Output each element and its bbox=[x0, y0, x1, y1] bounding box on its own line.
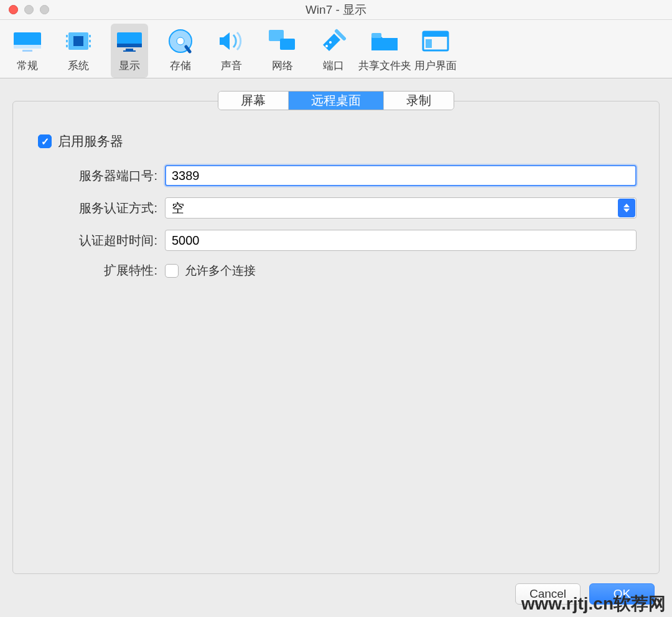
toolbar-label: 端口 bbox=[323, 59, 344, 73]
enable-server-checkbox[interactable] bbox=[38, 134, 52, 148]
content: 屏幕 远程桌面 录制 启用服务器 服务器端口号: 服务认证方式: 空 bbox=[0, 78, 672, 580]
svg-rect-13 bbox=[126, 49, 133, 50]
ui-icon bbox=[420, 27, 451, 55]
tab-remote-desktop[interactable]: 远程桌面 bbox=[289, 92, 384, 110]
ports-icon bbox=[318, 27, 349, 55]
svg-rect-2 bbox=[22, 50, 32, 52]
storage-icon bbox=[165, 27, 196, 55]
svg-rect-18 bbox=[280, 39, 295, 50]
toolbar-item-display[interactable]: 显示 bbox=[111, 24, 148, 78]
toolbar-item-ui[interactable]: 用户界面 bbox=[417, 24, 454, 78]
toolbar-label: 声音 bbox=[221, 59, 242, 73]
toolbar-item-storage[interactable]: 存储 bbox=[162, 24, 199, 78]
toolbar: 常规 系统 显示 存储 声音 网络 端口 bbox=[0, 20, 672, 78]
svg-point-16 bbox=[177, 37, 184, 45]
svg-rect-14 bbox=[123, 50, 136, 52]
toolbar-label: 显示 bbox=[119, 59, 140, 73]
toolbar-item-ports[interactable]: 端口 bbox=[315, 24, 352, 78]
server-port-input[interactable] bbox=[165, 165, 637, 186]
network-icon bbox=[267, 27, 298, 55]
svg-rect-1 bbox=[14, 45, 41, 49]
auth-method-select[interactable]: 空 bbox=[165, 197, 637, 219]
toolbar-label: 常规 bbox=[17, 59, 38, 73]
system-icon bbox=[63, 27, 94, 55]
svg-rect-7 bbox=[66, 45, 68, 47]
tab-record[interactable]: 录制 bbox=[384, 92, 454, 110]
close-window-button[interactable] bbox=[9, 5, 18, 14]
settings-panel: 启用服务器 服务器端口号: 服务认证方式: 空 认证超时时间: bbox=[12, 101, 660, 574]
svg-rect-6 bbox=[66, 40, 68, 42]
shared-folder-icon bbox=[369, 27, 400, 55]
toolbar-label: 用户界面 bbox=[414, 59, 457, 73]
svg-point-19 bbox=[325, 45, 328, 47]
extended-row: 扩展特性: 允许多个连接 bbox=[35, 262, 637, 279]
svg-rect-4 bbox=[73, 36, 83, 46]
svg-rect-23 bbox=[423, 32, 448, 37]
toolbar-item-shared[interactable]: 共享文件夹 bbox=[366, 24, 403, 78]
svg-point-20 bbox=[329, 41, 332, 44]
server-port-label: 服务器端口号: bbox=[35, 167, 160, 184]
svg-rect-10 bbox=[89, 45, 91, 47]
toolbar-item-network[interactable]: 网络 bbox=[264, 24, 301, 78]
svg-rect-5 bbox=[66, 35, 68, 37]
toolbar-label: 共享文件夹 bbox=[358, 59, 411, 73]
toolbar-label: 系统 bbox=[68, 59, 89, 73]
extended-label: 扩展特性: bbox=[35, 262, 160, 279]
toolbar-label: 存储 bbox=[170, 59, 191, 73]
svg-rect-24 bbox=[426, 39, 432, 48]
toolbar-item-system[interactable]: 系统 bbox=[60, 24, 97, 78]
auth-method-row: 服务认证方式: 空 bbox=[35, 197, 637, 219]
ok-button[interactable]: OK bbox=[589, 583, 655, 605]
svg-rect-8 bbox=[89, 35, 91, 37]
tab-bar: 屏幕 远程桌面 录制 bbox=[6, 91, 666, 110]
zoom-window-button[interactable] bbox=[40, 5, 49, 14]
enable-server-label: 启用服务器 bbox=[58, 133, 123, 150]
server-port-row: 服务器端口号: bbox=[35, 165, 637, 186]
general-icon bbox=[12, 27, 43, 55]
cancel-button[interactable]: Cancel bbox=[515, 583, 581, 605]
auth-method-label: 服务认证方式: bbox=[35, 200, 160, 217]
minimize-window-button[interactable] bbox=[24, 5, 34, 14]
svg-rect-21 bbox=[371, 33, 381, 38]
window-title: Win7 - 显示 bbox=[0, 2, 672, 18]
titlebar: Win7 - 显示 bbox=[0, 0, 672, 20]
auth-timeout-input[interactable] bbox=[165, 230, 637, 251]
svg-rect-9 bbox=[89, 40, 91, 42]
toolbar-item-audio[interactable]: 声音 bbox=[213, 24, 250, 78]
audio-icon bbox=[216, 27, 247, 55]
toolbar-label: 网络 bbox=[272, 59, 293, 73]
toolbar-item-general[interactable]: 常规 bbox=[9, 24, 46, 78]
enable-server-row: 启用服务器 bbox=[38, 133, 637, 150]
svg-rect-12 bbox=[117, 44, 142, 47]
tab-screen[interactable]: 屏幕 bbox=[218, 92, 289, 110]
allow-multi-checkbox[interactable] bbox=[165, 264, 179, 278]
allow-multi-label: 允许多个连接 bbox=[185, 263, 256, 279]
auth-timeout-label: 认证超时时间: bbox=[35, 232, 160, 249]
display-icon bbox=[114, 27, 145, 55]
traffic-lights bbox=[0, 5, 49, 14]
footer-buttons: Cancel OK bbox=[515, 583, 655, 605]
auth-timeout-row: 认证超时时间: bbox=[35, 230, 637, 251]
